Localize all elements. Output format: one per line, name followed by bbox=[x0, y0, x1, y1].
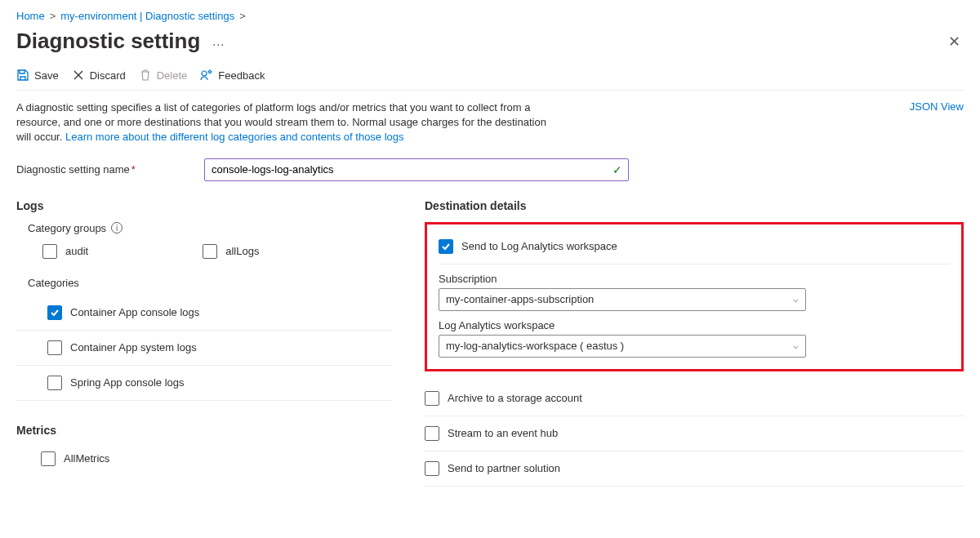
partner-checkbox[interactable] bbox=[425, 461, 439, 476]
alllogs-checkbox[interactable] bbox=[203, 244, 217, 259]
allmetrics-label: AllMetrics bbox=[64, 452, 109, 465]
intro-text: A diagnostic setting specifies a list of… bbox=[16, 100, 555, 145]
partner-label: Send to partner solution bbox=[448, 462, 560, 474]
alllogs-label: allLogs bbox=[225, 245, 259, 257]
console-logs-checkbox[interactable] bbox=[47, 305, 62, 320]
logs-heading: Logs bbox=[16, 199, 392, 212]
chevron-right-icon: > bbox=[239, 10, 246, 22]
eventhub-checkbox[interactable] bbox=[425, 426, 439, 441]
categories-label: Categories bbox=[16, 277, 392, 289]
name-input[interactable] bbox=[204, 158, 629, 181]
subscription-select[interactable]: my-container-apps-subscription ⌵ bbox=[439, 288, 806, 311]
send-log-analytics-label: Send to Log Analytics workspace bbox=[461, 240, 617, 252]
delete-label: Delete bbox=[157, 69, 188, 82]
allmetrics-checkbox[interactable] bbox=[41, 451, 56, 466]
feedback-button[interactable]: Feedback bbox=[200, 69, 265, 82]
audit-checkbox[interactable] bbox=[42, 244, 57, 259]
chevron-down-icon: ⌵ bbox=[793, 340, 799, 351]
learn-more-link[interactable]: Learn more about the different log categ… bbox=[65, 131, 404, 143]
feedback-icon bbox=[200, 69, 213, 82]
info-icon[interactable]: i bbox=[111, 222, 122, 233]
discard-label: Discard bbox=[90, 69, 126, 82]
discard-button[interactable]: Discard bbox=[72, 69, 126, 82]
save-button[interactable]: Save bbox=[16, 69, 59, 82]
audit-label: audit bbox=[65, 245, 88, 257]
workspace-value: my-log-analytics-workspace ( eastus ) bbox=[446, 340, 624, 352]
send-log-analytics-checkbox[interactable] bbox=[439, 239, 453, 254]
spring-logs-checkbox[interactable] bbox=[47, 376, 62, 390]
system-logs-checkbox[interactable] bbox=[47, 340, 62, 355]
subscription-label: Subscription bbox=[439, 273, 950, 285]
breadcrumb: Home > my-environment | Diagnostic setti… bbox=[16, 10, 964, 22]
name-label: Diagnostic setting name* bbox=[16, 163, 204, 176]
spring-logs-label: Spring App console logs bbox=[70, 376, 184, 389]
storage-label: Archive to a storage account bbox=[448, 392, 582, 404]
system-logs-label: Container App system logs bbox=[70, 341, 197, 353]
chevron-down-icon: ⌵ bbox=[793, 294, 799, 305]
page-title: Diagnostic setting bbox=[16, 29, 200, 54]
eventhub-label: Stream to an event hub bbox=[448, 427, 558, 439]
breadcrumb-home[interactable]: Home bbox=[16, 10, 45, 22]
close-icon[interactable]: ✕ bbox=[945, 31, 964, 52]
delete-button: Delete bbox=[139, 69, 188, 82]
feedback-label: Feedback bbox=[218, 69, 265, 82]
console-logs-label: Container App console logs bbox=[70, 306, 199, 318]
storage-checkbox[interactable] bbox=[425, 391, 439, 406]
svg-point-0 bbox=[202, 71, 207, 76]
more-actions-icon[interactable]: … bbox=[208, 33, 228, 51]
subscription-value: my-container-apps-subscription bbox=[446, 293, 594, 305]
valid-check-icon: ✓ bbox=[612, 163, 622, 176]
workspace-select[interactable]: my-log-analytics-workspace ( eastus ) ⌵ bbox=[439, 335, 806, 358]
workspace-label: Log Analytics workspace bbox=[439, 319, 950, 331]
chevron-right-icon: > bbox=[50, 10, 56, 22]
destination-heading: Destination details bbox=[425, 199, 964, 212]
highlight-send-log-analytics: Send to Log Analytics workspace Subscrip… bbox=[425, 222, 964, 371]
discard-icon bbox=[72, 69, 85, 82]
breadcrumb-env[interactable]: my-environment | Diagnostic settings bbox=[60, 10, 234, 22]
delete-icon bbox=[139, 69, 152, 82]
toolbar: Save Discard Delete Feedback bbox=[16, 69, 964, 91]
json-view-link[interactable]: JSON View bbox=[910, 100, 964, 113]
save-icon bbox=[16, 69, 29, 82]
metrics-heading: Metrics bbox=[16, 424, 392, 437]
save-label: Save bbox=[34, 69, 59, 82]
category-groups-label: Category groups i bbox=[16, 222, 392, 234]
